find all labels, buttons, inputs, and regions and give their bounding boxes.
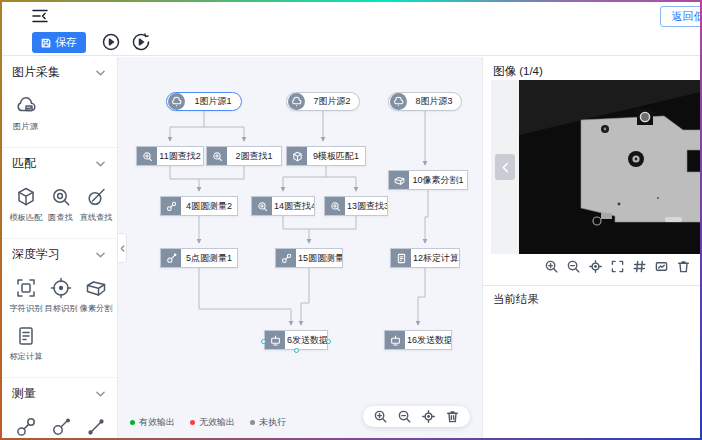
panel-divider: [483, 285, 700, 286]
sidebar-item-label: 字符识别: [9, 303, 42, 315]
chevron-down-icon: [96, 70, 105, 76]
legend-not-executed: 未执行: [250, 416, 286, 429]
node-circle-find-1[interactable]: 2圆查找1: [206, 146, 282, 166]
sidebar-item-circle-find[interactable]: 圆查找: [43, 186, 78, 224]
viewer-nav-strip: [491, 80, 519, 254]
document-calc-icon: [391, 249, 411, 267]
node-circle-find-2[interactable]: 11圆查找2: [136, 146, 204, 166]
node-circle-circle-measure-3[interactable]: 15圆圆测量3: [275, 248, 343, 268]
node-point-circle-measure-1[interactable]: 5点圆测量1: [160, 248, 238, 268]
sidebar-item-label: 像素分割: [79, 303, 112, 315]
section-title: 匹配: [12, 155, 36, 172]
section-header-measure[interactable]: 测量: [2, 378, 117, 406]
node-circle-find-3[interactable]: 13圆查找3: [324, 196, 388, 216]
line-search-icon: [85, 186, 107, 208]
legend-label: 未执行: [259, 416, 286, 429]
window-frame-top: [0, 0, 702, 2]
cube-icon: [287, 147, 307, 165]
run-once-button[interactable]: [102, 33, 120, 51]
node-calibration-1[interactable]: 12标定计算1: [390, 248, 460, 268]
sidebar-collapse-handle[interactable]: [118, 233, 127, 263]
section-measure: 测量 圆圆测量 点圆测量: [2, 377, 117, 438]
chevron-down-icon: [96, 161, 105, 167]
red-dot-icon: [190, 420, 195, 425]
header-bar: 返回低代: [2, 2, 700, 30]
point-point-measure-icon: [85, 416, 107, 438]
sidebar-item-calibration[interactable]: 标定计算: [8, 325, 43, 363]
node-image-source-3[interactable]: 8图片源3: [388, 92, 462, 111]
section-header-image-capture[interactable]: 图片采集: [2, 57, 117, 85]
section-header-deep-learning[interactable]: 深度学习: [2, 239, 117, 267]
prev-image-button[interactable]: [495, 154, 515, 180]
locate-icon[interactable]: [589, 260, 602, 273]
circle-search-icon: [325, 197, 345, 215]
legend-label: 有效输出: [139, 416, 175, 429]
sidebar-item-point-point-measure[interactable]: 点点测量: [78, 416, 113, 438]
section-image-capture: 图片采集 图片源: [2, 57, 117, 147]
section-header-match[interactable]: 匹配: [2, 148, 117, 176]
save-button[interactable]: 保存: [32, 32, 86, 53]
save-label: 保存: [55, 35, 77, 50]
sidebar-item-line-find[interactable]: 直线查找: [78, 186, 113, 224]
sidebar-item-label: 模板匹配: [9, 212, 42, 224]
sidebar-item-label: 目标识别: [44, 303, 77, 315]
node-circle-find-4[interactable]: 14圆查找4: [251, 196, 315, 216]
fit-view-icon[interactable]: [655, 260, 668, 273]
node-label: 4圆圆测量2: [181, 200, 237, 213]
fullscreen-icon[interactable]: [611, 260, 624, 273]
node-image-source-1[interactable]: 1图片源1: [166, 92, 242, 111]
zoom-out-icon[interactable]: [567, 260, 580, 273]
back-to-lowcode-button[interactable]: 返回低代: [660, 6, 702, 27]
section-deep-learning: 深度学习 字符识别 目标识别: [2, 238, 117, 377]
node-send-data-2[interactable]: 16发送数据2: [384, 330, 452, 350]
delete-icon[interactable]: [446, 410, 459, 423]
port-handle-bottom[interactable]: [294, 348, 299, 353]
document-calc-icon: [15, 325, 37, 347]
image-viewer: [491, 80, 701, 254]
node-label: 11圆查找2: [157, 150, 203, 163]
sidebar-item-ocr[interactable]: 字符识别: [8, 277, 43, 315]
zoom-out-icon[interactable]: [398, 410, 411, 423]
sidebar-item-pixel-segment[interactable]: 像素分割: [78, 277, 113, 315]
zoom-in-icon[interactable]: [374, 410, 387, 423]
circle-search-icon: [207, 147, 227, 165]
point-circle-measure-icon: [50, 416, 72, 438]
node-template-match-1[interactable]: 9模板匹配1: [286, 146, 366, 166]
node-label: 15圆圆测量3: [296, 252, 342, 265]
locate-icon[interactable]: [422, 410, 435, 423]
viewer-toolbar: [545, 260, 690, 273]
sidebar-item-circle-circle-measure[interactable]: 圆圆测量: [8, 416, 43, 438]
green-dot-icon: [130, 420, 135, 425]
zoom-in-icon[interactable]: [545, 260, 558, 273]
port-handle-left[interactable]: [261, 339, 266, 344]
node-send-data-1[interactable]: 6发送数据1: [264, 330, 328, 350]
sidebar-item-object-detect[interactable]: 目标识别: [43, 277, 78, 315]
sidebar-item-point-circle-measure[interactable]: 点圆测量: [43, 416, 78, 438]
section-match: 匹配 模板匹配 圆查找: [2, 147, 117, 238]
cube-icon: [15, 186, 37, 208]
node-label: 12标定计算1: [411, 252, 459, 265]
node-pixel-segment-1[interactable]: 10像素分割1: [388, 170, 468, 190]
flow-canvas[interactable]: 1图片源1 7图片源2 8图片源3 11圆查找2 2圆查找1 9模板匹配1 10…: [118, 57, 482, 438]
send-data-icon: [265, 331, 285, 349]
sidebar-item-template-match[interactable]: 模板匹配: [8, 186, 43, 224]
tool-sidebar: 图片采集 图片源 匹配: [2, 57, 118, 438]
segment-box-icon: [85, 277, 107, 299]
chevron-down-icon: [96, 391, 105, 397]
port-handle-right[interactable]: [326, 339, 331, 344]
grid-icon[interactable]: [633, 260, 646, 273]
app-window: 返回低代 保存 图片采集 图片源: [0, 0, 702, 440]
node-image-source-2[interactable]: 7图片源2: [286, 92, 360, 111]
section-title: 深度学习: [12, 246, 60, 263]
run-loop-button[interactable]: [132, 33, 150, 51]
delete-icon[interactable]: [677, 260, 690, 273]
legend-label: 无效输出: [199, 416, 235, 429]
node-circle-circle-measure-2[interactable]: 4圆圆测量2: [160, 196, 238, 216]
sidebar-item-image-source[interactable]: 图片源: [8, 95, 43, 133]
toolbar: 保存: [2, 30, 700, 56]
node-label: 16发送数据2: [405, 334, 451, 347]
cloud-image-icon: [15, 95, 37, 117]
send-data-icon: [385, 331, 405, 349]
target-icon: [50, 277, 72, 299]
menu-fold-icon[interactable]: [32, 9, 48, 23]
